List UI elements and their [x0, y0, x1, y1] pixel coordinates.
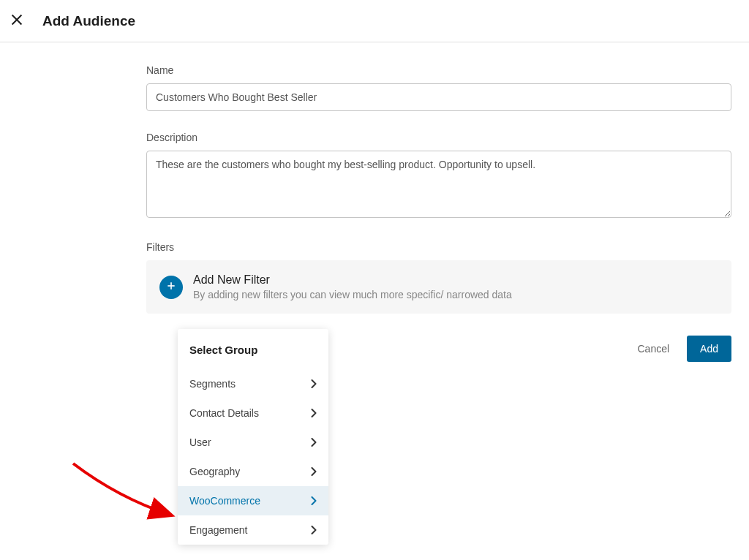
chevron-right-icon	[311, 379, 317, 388]
chevron-right-icon	[311, 467, 317, 476]
dropdown-item-label: Segments	[189, 378, 236, 390]
dropdown-item-label: User	[189, 436, 211, 448]
dropdown-item-label: Engagement	[189, 524, 247, 536]
dropdown-item-segments[interactable]: Segments	[178, 369, 328, 398]
add-filter-text: Add New Filter By adding new filters you…	[193, 273, 512, 300]
modal-title: Add Audience	[42, 13, 135, 29]
dropdown-item-label: Contact Details	[189, 407, 259, 419]
description-textarea[interactable]	[146, 151, 731, 218]
annotation-arrow	[67, 458, 184, 534]
name-field-group: Name	[146, 64, 731, 111]
dropdown-item-contact-details[interactable]: Contact Details	[178, 398, 328, 428]
add-button[interactable]: Add	[687, 336, 731, 362]
plus-icon	[165, 280, 177, 295]
dropdown-item-label: WooCommerce	[189, 495, 260, 507]
name-label: Name	[146, 64, 731, 76]
close-icon	[9, 12, 25, 30]
add-filter-button[interactable]	[159, 276, 183, 299]
description-field-group: Description	[146, 132, 731, 221]
dropdown-item-engagement[interactable]: Engagement	[178, 515, 328, 545]
chevron-right-icon	[311, 526, 317, 534]
name-input[interactable]	[146, 83, 731, 111]
close-button[interactable]	[6, 9, 28, 33]
cancel-button[interactable]: Cancel	[625, 336, 681, 362]
add-filter-title: Add New Filter	[193, 273, 512, 287]
dropdown-item-user[interactable]: User	[178, 428, 328, 457]
filters-label: Filters	[146, 241, 731, 253]
add-filter-card[interactable]: Add New Filter By adding new filters you…	[146, 260, 731, 314]
chevron-right-icon	[311, 438, 317, 447]
add-filter-subtitle: By adding new filters you can view much …	[193, 289, 512, 300]
chevron-right-icon	[311, 409, 317, 417]
dropdown-header: Select Group	[178, 338, 328, 369]
dropdown-item-geography[interactable]: Geography	[178, 457, 328, 486]
dropdown-item-woocommerce[interactable]: WooCommerce	[178, 486, 328, 515]
filters-section: Filters Add New Filter By adding new fil…	[146, 241, 731, 314]
chevron-right-icon	[311, 496, 317, 505]
dropdown-item-label: Geography	[189, 466, 240, 477]
description-label: Description	[146, 132, 731, 143]
select-group-dropdown: Select Group SegmentsContact DetailsUser…	[178, 329, 328, 545]
form-content: Name Description Filters Add New Filter …	[146, 42, 731, 362]
modal-header: Add Audience	[0, 0, 749, 42]
